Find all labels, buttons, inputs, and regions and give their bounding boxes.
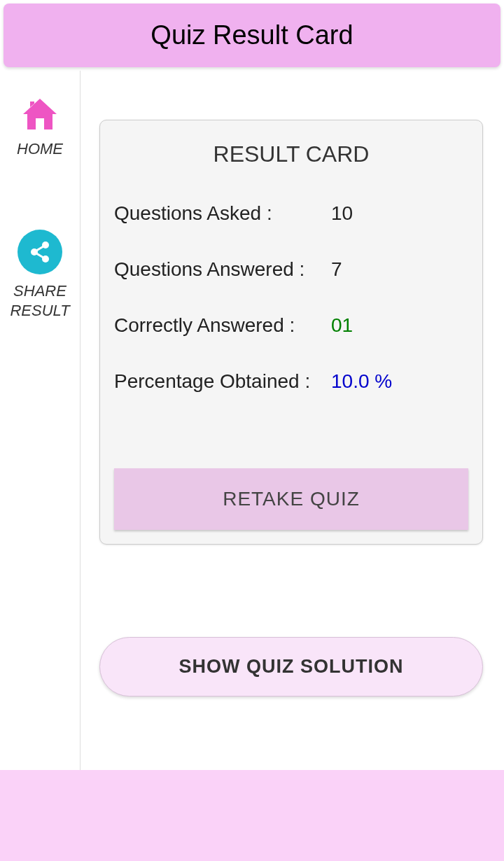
share-icon xyxy=(18,230,62,274)
svg-line-3 xyxy=(36,246,43,251)
result-label: Questions Answered : xyxy=(114,258,331,281)
result-row-asked: Questions Asked : 10 xyxy=(114,202,468,225)
sidebar: HOME SHARE RESULT xyxy=(0,71,80,858)
show-solution-button[interactable]: SHOW QUIZ SOLUTION xyxy=(99,637,483,696)
retake-quiz-button[interactable]: RETAKE QUIZ xyxy=(114,468,468,530)
result-value: 01 xyxy=(331,314,353,337)
bottom-bar xyxy=(0,770,504,861)
result-row-correct: Correctly Answered : 01 xyxy=(114,314,468,337)
page-title: Quiz Result Card xyxy=(4,20,500,50)
result-row-answered: Questions Answered : 7 xyxy=(114,258,468,281)
app-header: Quiz Result Card xyxy=(4,4,500,67)
home-icon xyxy=(23,99,57,132)
result-label: Questions Asked : xyxy=(114,202,331,225)
result-value: 10 xyxy=(331,202,353,225)
svg-line-4 xyxy=(36,253,43,258)
result-card-title: RESULT CARD xyxy=(114,141,468,167)
content-wrapper: HOME SHARE RESULT RESULT CARD Quest xyxy=(0,71,504,858)
result-label: Correctly Answered : xyxy=(114,314,331,337)
sidebar-share-label: SHARE RESULT xyxy=(0,281,80,321)
result-label: Percentage Obtained : xyxy=(114,370,331,393)
sidebar-home-label: HOME xyxy=(17,139,63,160)
sidebar-item-home[interactable]: HOME xyxy=(17,99,63,160)
result-value: 7 xyxy=(331,258,342,281)
result-value: 10.0 % xyxy=(331,370,392,393)
main-content: RESULT CARD Questions Asked : 10 Questio… xyxy=(80,71,504,858)
result-row-percentage: Percentage Obtained : 10.0 % xyxy=(114,370,468,393)
result-card: RESULT CARD Questions Asked : 10 Questio… xyxy=(99,120,483,545)
sidebar-item-share[interactable]: SHARE RESULT xyxy=(0,230,80,321)
